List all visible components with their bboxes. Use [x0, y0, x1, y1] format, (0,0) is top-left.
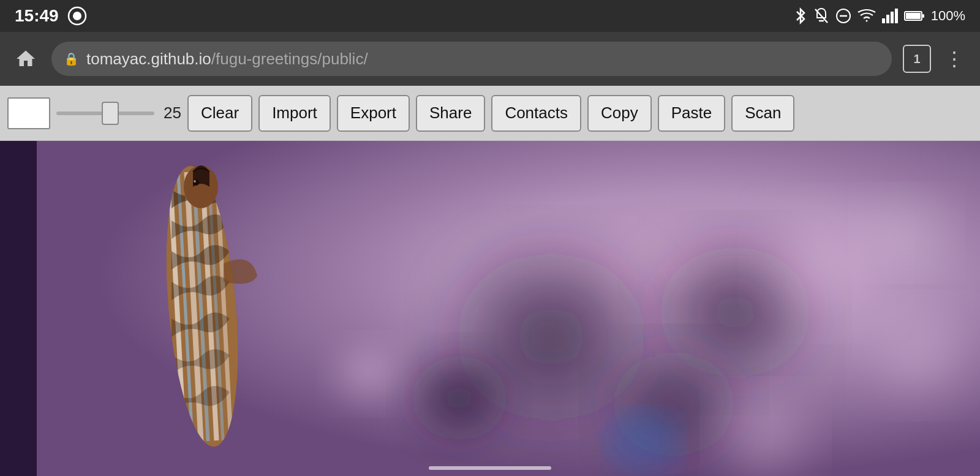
svg-point-19 [858, 190, 956, 276]
status-app-icon [67, 6, 87, 26]
import-button[interactable]: Import [258, 95, 331, 132]
toolbar: 25 Clear Import Export Share Contacts Co… [0, 86, 980, 141]
scan-button[interactable]: Scan [731, 95, 794, 132]
svg-point-18 [858, 300, 980, 410]
svg-rect-23 [0, 141, 37, 476]
paste-button[interactable]: Paste [658, 95, 726, 132]
svg-point-1 [73, 12, 81, 20]
status-time: 15:49 [15, 6, 59, 26]
url-path: /fugu-greetings/public/ [211, 50, 368, 68]
clear-button[interactable]: Clear [187, 95, 252, 132]
browser-menu-button[interactable]: ⋮ [940, 45, 969, 73]
slider-track[interactable] [56, 111, 154, 115]
home-button[interactable] [11, 44, 40, 74]
lock-icon: 🔒 [64, 51, 79, 66]
battery-percentage: 100% [931, 8, 965, 24]
copy-button[interactable]: Copy [587, 95, 652, 132]
contacts-button[interactable]: Contacts [491, 95, 581, 132]
home-icon [15, 48, 37, 70]
status-bar-right: 100% [794, 7, 965, 25]
url-display: tomayac.github.io/fugu-greetings/public/ [86, 50, 368, 69]
svg-rect-6 [886, 15, 889, 23]
svg-point-36 [194, 180, 196, 183]
svg-rect-7 [891, 12, 894, 23]
svg-point-35 [193, 179, 199, 186]
url-bar[interactable]: 🔒 tomayac.github.io/fugu-greetings/publi… [51, 42, 892, 76]
svg-rect-11 [922, 14, 924, 18]
wifi-icon [858, 9, 876, 23]
status-bar-left: 15:49 [15, 6, 87, 26]
svg-point-22 [606, 410, 680, 472]
brush-size-slider-container: 25 [56, 104, 181, 123]
browser-bar: 🔒 tomayac.github.io/fugu-greetings/publi… [0, 32, 980, 86]
background-image [0, 141, 980, 476]
color-swatch[interactable] [7, 97, 50, 129]
svg-rect-10 [906, 13, 921, 19]
battery-icon [904, 10, 925, 22]
dnd-icon [835, 8, 851, 24]
browser-actions: 1 ⋮ [903, 45, 969, 73]
svg-rect-8 [895, 9, 898, 23]
bluetooth-icon [794, 7, 807, 25]
slider-value: 25 [159, 104, 181, 123]
slider-thumb[interactable] [102, 102, 119, 125]
status-bar: 15:49 [0, 0, 980, 32]
home-indicator [429, 466, 551, 470]
svg-point-16 [398, 343, 521, 453]
svg-point-21 [325, 337, 410, 410]
tab-count-button[interactable]: 1 [903, 45, 931, 73]
tab-count: 1 [913, 52, 920, 66]
signal-icon [882, 9, 898, 23]
svg-rect-5 [882, 18, 885, 23]
export-button[interactable]: Export [337, 95, 410, 132]
content-area [0, 141, 980, 476]
url-domain: tomayac.github.io [86, 50, 211, 68]
muted-icon [813, 7, 829, 25]
share-button[interactable]: Share [416, 95, 485, 132]
